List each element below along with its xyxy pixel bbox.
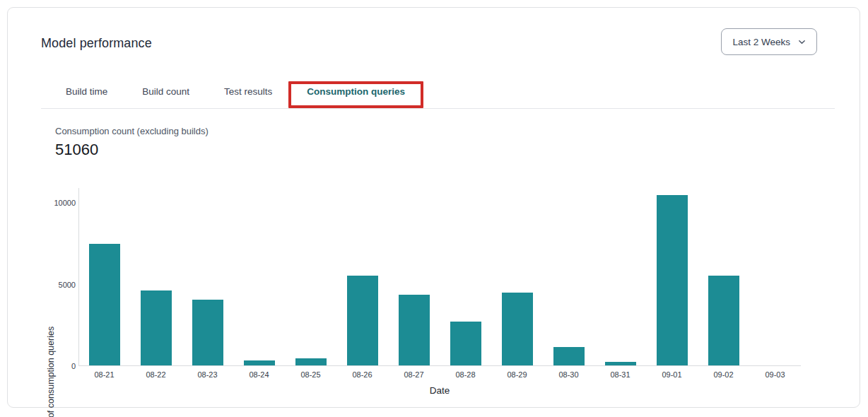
bar-slot xyxy=(646,188,698,365)
bar-slot xyxy=(594,188,646,365)
x-axis-labels: 08-2108-2208-2308-2408-2508-2608-2708-28… xyxy=(78,370,801,379)
model-performance-card: Model performance Last 2 Weeks Build tim… xyxy=(7,7,860,408)
bar-08-23[interactable] xyxy=(192,300,223,365)
tab-bar: Build time Build count Test results Cons… xyxy=(41,75,835,109)
y-tick-label: 10000 xyxy=(54,199,76,207)
bar-08-26[interactable] xyxy=(347,276,378,365)
bar-08-29[interactable] xyxy=(502,293,533,365)
x-axis-title: Date xyxy=(78,385,801,396)
x-tick-label: 09-02 xyxy=(698,370,749,379)
bar-slot xyxy=(543,188,594,365)
bar-slot xyxy=(79,188,131,365)
tab-build-time[interactable]: Build time xyxy=(57,75,116,108)
metric-value: 51060 xyxy=(55,141,98,159)
metric-label: Consumption count (excluding builds) xyxy=(55,126,209,136)
x-tick-label: 08-22 xyxy=(130,370,182,379)
period-selector-value: Last 2 Weeks xyxy=(732,37,790,47)
x-tick-label: 08-29 xyxy=(491,370,543,379)
x-tick-label: 08-25 xyxy=(285,370,336,379)
bar-slot xyxy=(286,188,337,365)
bar-08-27[interactable] xyxy=(399,295,430,365)
bar-09-02[interactable] xyxy=(708,276,739,366)
tab-label: Test results xyxy=(224,86,272,97)
plot-area xyxy=(78,188,801,366)
tab-consumption-queries[interactable]: Consumption queries xyxy=(298,75,414,108)
bar-slot xyxy=(234,188,286,365)
x-tick-label: 09-03 xyxy=(749,370,801,379)
bar-08-28[interactable] xyxy=(450,322,481,365)
x-tick-label: 08-28 xyxy=(440,370,491,379)
bar-slot xyxy=(440,188,491,365)
x-tick-label: 08-30 xyxy=(543,370,594,379)
tab-build-count[interactable]: Build count xyxy=(134,75,198,108)
bar-slot xyxy=(749,188,801,365)
bar-08-22[interactable] xyxy=(141,290,172,365)
tab-label: Build time xyxy=(66,86,107,97)
bar-08-30[interactable] xyxy=(553,347,585,365)
bar-09-01[interactable] xyxy=(657,195,688,365)
page-title: Model performance xyxy=(41,36,152,51)
x-tick-label: 09-01 xyxy=(646,370,698,379)
x-tick-label: 08-23 xyxy=(182,370,233,379)
bar-08-31[interactable] xyxy=(605,362,636,365)
chevron-down-icon xyxy=(798,38,806,46)
bar-08-24[interactable] xyxy=(244,360,275,365)
period-selector-button[interactable]: Last 2 Weeks xyxy=(721,28,817,55)
bar-slot xyxy=(337,188,389,365)
tab-label: Build count xyxy=(142,86,189,97)
bar-slot xyxy=(389,188,440,365)
y-tick-label: 0 xyxy=(71,362,76,370)
bar-08-21[interactable] xyxy=(89,244,120,365)
x-tick-label: 08-24 xyxy=(233,370,285,379)
bar-slot xyxy=(698,188,749,365)
x-tick-label: 08-21 xyxy=(78,370,130,379)
tab-label: Consumption queries xyxy=(307,86,405,97)
bar-08-25[interactable] xyxy=(295,358,327,365)
tab-test-results[interactable]: Test results xyxy=(216,75,281,108)
consumption-bar-chart: # of consumption queries 0500010000 08-2… xyxy=(45,188,822,400)
x-tick-label: 08-31 xyxy=(594,370,646,379)
bar-slot xyxy=(182,188,234,365)
x-tick-label: 08-26 xyxy=(336,370,388,379)
x-tick-label: 08-27 xyxy=(388,370,440,379)
bar-slot xyxy=(491,188,543,365)
y-tick-label: 5000 xyxy=(59,281,76,289)
y-axis-ticks: 0500010000 xyxy=(45,188,76,366)
bar-slot xyxy=(131,188,182,365)
